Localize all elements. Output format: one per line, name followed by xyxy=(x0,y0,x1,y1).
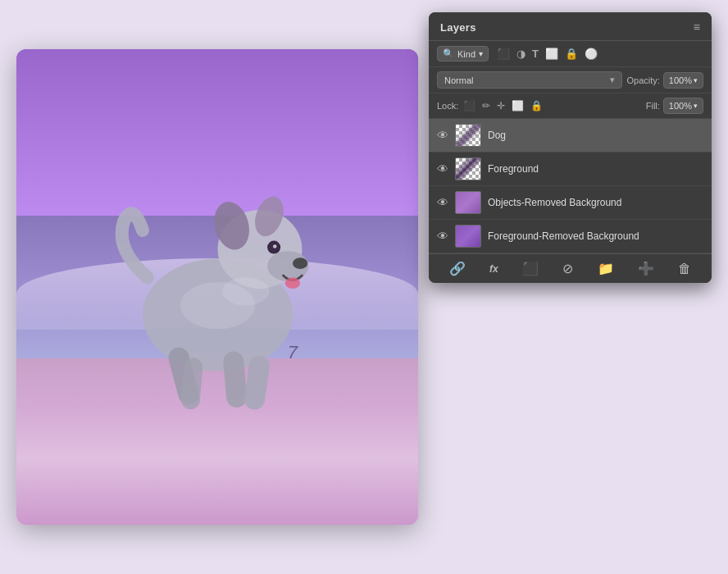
layer-eye-dog[interactable]: 👁 xyxy=(437,129,448,142)
filter-smart-icon[interactable]: 🔒 xyxy=(565,48,578,60)
layer-name-foreground-removed: Foreground-Removed Background xyxy=(488,230,703,242)
new-layer-icon[interactable]: ➕ xyxy=(638,261,654,276)
opacity-control: Opacity: 100% ▾ xyxy=(627,72,704,89)
filter-icons: ⬛ ◑ T ⬜ 🔒 ⚪ xyxy=(497,48,598,60)
layers-panel: Layers ≡ 🔍 Kind ▾ ⬛ ◑ T ⬜ 🔒 ⚪ Normal ▾ O… xyxy=(429,12,712,283)
blend-mode-label: Normal xyxy=(444,75,473,85)
fill-control: Fill: 100% ▾ xyxy=(646,98,703,114)
link-layers-icon[interactable]: 🔗 xyxy=(449,261,466,276)
new-group-icon[interactable]: 📁 xyxy=(598,261,614,276)
svg-point-12 xyxy=(284,277,299,289)
panel-header: Layers ≡ xyxy=(429,12,712,41)
opacity-chevron-icon: ▾ xyxy=(694,76,698,84)
lock-all-icon[interactable]: 🔒 xyxy=(530,100,543,112)
layer-item-foreground-removed[interactable]: 👁 Foreground-Removed Background xyxy=(429,220,712,253)
layer-name-objects-removed: Objects-Removed Background xyxy=(488,197,703,208)
filter-image-icon[interactable]: ⬛ xyxy=(497,48,510,60)
new-fill-layer-icon[interactable]: ⊘ xyxy=(562,261,573,276)
fill-value[interactable]: 100% ▾ xyxy=(663,98,703,114)
lock-image-icon[interactable]: ✏ xyxy=(482,100,490,112)
layer-name-foreground: Foreground xyxy=(488,163,703,175)
blend-mode-select[interactable]: Normal ▾ xyxy=(437,71,622,89)
filter-text-icon[interactable]: T xyxy=(532,48,539,60)
panel-menu-icon[interactable]: ≡ xyxy=(694,20,700,34)
layer-item-objects-removed[interactable]: 👁 Objects-Removed Background xyxy=(429,186,712,220)
fx-icon[interactable]: fx xyxy=(489,263,498,275)
layer-thumb-foreground-silhouette xyxy=(456,158,480,180)
svg-point-5 xyxy=(272,244,276,248)
kind-label: Kind xyxy=(457,49,475,59)
layer-item-foreground[interactable]: 👁 Foreground xyxy=(429,153,712,186)
kind-chevron: ▾ xyxy=(479,49,483,58)
opacity-label: Opacity: xyxy=(627,75,660,85)
layer-thumb-foreground xyxy=(455,157,481,180)
filter-kind-select[interactable]: 🔍 Kind ▾ xyxy=(437,46,489,61)
opacity-value[interactable]: 100% ▾ xyxy=(663,72,703,89)
layer-thumb-foreground-removed xyxy=(455,225,481,248)
fill-label: Fill: xyxy=(646,101,660,111)
blend-mode-row: Normal ▾ Opacity: 100% ▾ xyxy=(429,67,712,93)
delete-layer-icon[interactable]: 🗑 xyxy=(678,262,691,276)
canvas-number: 7 xyxy=(288,342,298,363)
lock-artboard-icon[interactable]: ⬜ xyxy=(512,100,524,112)
canvas-dog xyxy=(77,116,358,439)
layer-name-dog: Dog xyxy=(488,130,703,141)
layer-thumb-objects-removed xyxy=(455,191,481,214)
lock-label: Lock: xyxy=(437,101,458,111)
layer-thumb-dog-silhouette xyxy=(456,125,480,146)
svg-point-14 xyxy=(222,277,269,305)
lock-position-icon[interactable]: ✛ xyxy=(497,100,505,112)
panel-footer: 🔗 fx ⬛ ⊘ 📁 ➕ 🗑 xyxy=(429,253,712,283)
canvas-area: 7 xyxy=(16,49,418,525)
lock-row: Lock: ⬛ ✏ ✛ ⬜ 🔒 Fill: 100% ▾ xyxy=(429,93,712,119)
fill-chevron-icon: ▾ xyxy=(694,102,698,110)
add-mask-icon[interactable]: ⬛ xyxy=(522,261,539,276)
lock-transparent-icon[interactable]: ⬛ xyxy=(463,100,475,112)
svg-point-3 xyxy=(292,257,307,269)
panel-title: Layers xyxy=(440,21,476,34)
layer-item-dog[interactable]: 👁 Dog xyxy=(429,119,712,153)
filter-shape-icon[interactable]: ⬜ xyxy=(545,48,558,60)
filter-bar: 🔍 Kind ▾ ⬛ ◑ T ⬜ 🔒 ⚪ xyxy=(429,41,712,67)
search-icon: 🔍 xyxy=(443,48,454,59)
filter-active-dot[interactable]: ⚪ xyxy=(585,48,598,60)
filter-adjustment-icon[interactable]: ◑ xyxy=(516,48,526,60)
layers-list: 👁 Dog 👁 Foreground 👁 Objects-Removed Bac… xyxy=(429,119,712,253)
blend-chevron-icon: ▾ xyxy=(610,75,615,85)
layer-thumb-dog xyxy=(455,124,481,147)
layer-eye-objects-removed[interactable]: 👁 xyxy=(437,196,448,209)
layer-eye-foreground[interactable]: 👁 xyxy=(437,162,448,175)
lock-icons: ⬛ ✏ ✛ ⬜ 🔒 xyxy=(463,100,543,112)
layer-eye-foreground-removed[interactable]: 👁 xyxy=(437,230,448,243)
